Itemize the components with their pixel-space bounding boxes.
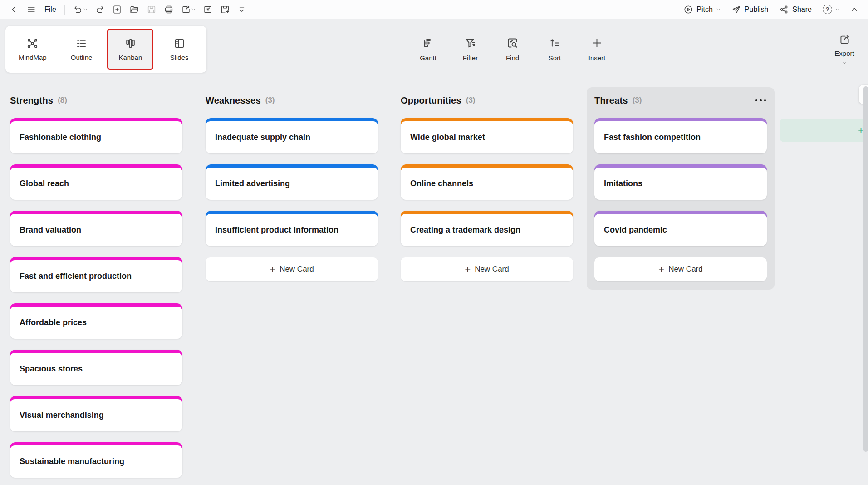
find-button[interactable]: Find	[491, 28, 534, 70]
export-button[interactable]: Export	[826, 26, 863, 72]
chevron-up-icon	[850, 5, 859, 14]
back-arrow-icon	[9, 5, 19, 15]
board-tools: Gantt Filter Find Sort Insert	[407, 28, 618, 70]
publish-button[interactable]: Publish	[727, 2, 773, 17]
card-title: Fashionable clothing	[10, 121, 182, 153]
new-document-button[interactable]	[108, 2, 126, 17]
help-icon: ?	[823, 5, 832, 14]
pitch-dropdown-caret-icon	[716, 7, 721, 12]
share-dropdown-caret-icon	[191, 7, 196, 12]
save-button[interactable]	[143, 2, 160, 17]
kanban-card[interactable]: Fast fashion competition	[594, 118, 767, 153]
card-title: Imitations	[594, 168, 767, 200]
kanban-card[interactable]: Limited advertising	[206, 164, 378, 200]
pitch-label: Pitch	[696, 5, 713, 14]
hamburger-icon	[26, 5, 36, 15]
kanban-card[interactable]: Sustainable manufacturing	[10, 442, 182, 478]
share-button[interactable]: Share	[775, 2, 816, 17]
kanban-card[interactable]: Visual merchandising	[10, 396, 182, 431]
redo-button[interactable]	[91, 2, 108, 17]
main-menu-button[interactable]	[23, 2, 40, 17]
more-options-button[interactable]	[755, 97, 767, 104]
print-icon	[164, 5, 174, 15]
share-export-button[interactable]	[177, 2, 199, 17]
kanban-card[interactable]: Inadequate supply chain	[206, 118, 378, 153]
view-item-slides[interactable]: Slides	[156, 29, 202, 70]
plus-icon: +	[270, 264, 275, 274]
outline-icon	[75, 37, 88, 49]
kanban-icon	[124, 37, 137, 49]
card-title: Affordable prices	[10, 307, 182, 339]
kanban-card[interactable]: Fast and efficient production	[10, 257, 182, 292]
kanban-card[interactable]: Spacious stores	[10, 350, 182, 385]
publish-label: Publish	[745, 5, 768, 14]
kanban-card[interactable]: Fashionable clothing	[10, 118, 182, 153]
collapse-toolbar-icon	[237, 5, 246, 14]
tool-label: Insert	[588, 54, 606, 62]
kanban-column-weaknesses: Weaknesses(3)Inadequate supply chainLimi…	[206, 89, 378, 281]
column-count: (3)	[633, 96, 642, 105]
tool-label: Filter	[463, 54, 478, 62]
new-card-button[interactable]: +New Card	[594, 257, 767, 281]
card-title: Fast fashion competition	[594, 121, 767, 153]
tool-label: Gantt	[420, 54, 436, 62]
add-column-button[interactable]: + Add	[780, 119, 868, 142]
undo-button[interactable]	[69, 2, 91, 17]
save-as-button[interactable]	[216, 2, 234, 17]
column-header: Strengths(8)	[10, 94, 182, 107]
card-title: Limited advertising	[206, 168, 378, 200]
import-button[interactable]	[199, 2, 216, 17]
sort-button[interactable]: Sort	[534, 28, 576, 70]
kanban-card[interactable]: Covid pandemic	[594, 211, 767, 246]
new-card-button[interactable]: +New Card	[401, 257, 573, 281]
share-nodes-icon	[779, 5, 789, 15]
new-document-icon	[112, 5, 122, 15]
kanban-card[interactable]: Imitations	[594, 164, 767, 200]
new-card-button[interactable]: +New Card	[206, 257, 378, 281]
view-item-outline[interactable]: Outline	[59, 29, 105, 70]
collapse-topbar-button[interactable]	[846, 2, 863, 17]
file-menu-button[interactable]: File	[40, 2, 60, 17]
view-item-mindmap[interactable]: MindMap	[10, 29, 56, 70]
export-dropdown-caret-icon	[842, 61, 847, 65]
column-count: (8)	[58, 96, 67, 105]
gantt-button[interactable]: Gantt	[407, 28, 449, 70]
view-item-kanban[interactable]: Kanban	[107, 29, 153, 70]
insert-button[interactable]: Insert	[576, 28, 618, 70]
kanban-card[interactable]: Insufficient product information	[206, 211, 378, 246]
kanban-card[interactable]: Online channels	[401, 164, 573, 200]
card-title: Fast and efficient production	[10, 260, 182, 292]
open-folder-icon	[129, 5, 139, 15]
card-title: Creating a trademark design	[401, 214, 573, 246]
toolbar-collapse-button[interactable]	[234, 2, 250, 17]
card-title: Brand valuation	[10, 214, 182, 246]
back-button[interactable]	[5, 2, 23, 17]
top-toolbar: File	[0, 0, 868, 19]
kanban-card[interactable]: Affordable prices	[10, 303, 182, 339]
export-label: Export	[834, 49, 854, 57]
kanban-card[interactable]: Brand valuation	[10, 211, 182, 246]
kanban-card[interactable]: Wide global market	[401, 118, 573, 153]
card-title: Wide global market	[401, 121, 573, 153]
kanban-column-threats: Threats(3)Fast fashion competitionImitat…	[594, 89, 767, 281]
undo-icon	[73, 5, 83, 15]
print-button[interactable]	[160, 2, 177, 17]
kanban-card[interactable]: Global reach	[10, 164, 182, 200]
export-icon	[839, 34, 851, 46]
toolbar-divider	[64, 5, 65, 15]
tool-label: Sort	[549, 54, 561, 62]
filter-button[interactable]: Filter	[449, 28, 491, 70]
open-file-button[interactable]	[126, 2, 143, 17]
gantt-icon	[422, 37, 434, 49]
new-card-label: New Card	[280, 265, 314, 274]
help-button[interactable]: ?	[818, 2, 844, 17]
kanban-card[interactable]: Creating a trademark design	[401, 211, 573, 246]
vertical-scrollbar[interactable]	[863, 86, 868, 452]
column-header: Opportunities(3)	[401, 94, 573, 107]
import-icon	[203, 5, 213, 15]
kanban-column-opportunities: Opportunities(3)Wide global marketOnline…	[401, 89, 573, 281]
save-icon	[147, 5, 157, 15]
pitch-button[interactable]: Pitch	[679, 2, 725, 17]
card-title: Covid pandemic	[594, 214, 767, 246]
column-count: (3)	[265, 96, 275, 105]
